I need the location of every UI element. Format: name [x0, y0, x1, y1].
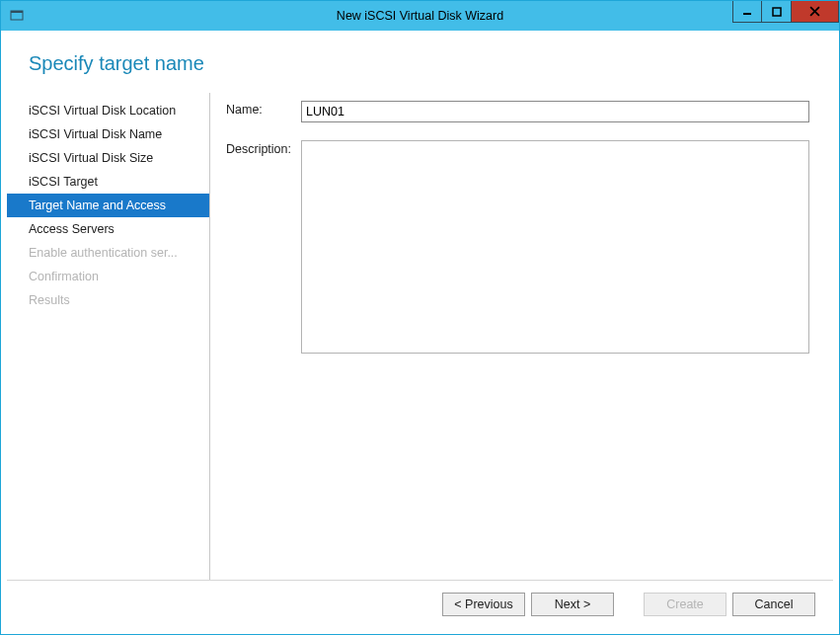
close-button[interactable] — [792, 1, 839, 23]
content-area: iSCSI Virtual Disk Location iSCSI Virtua… — [7, 93, 833, 580]
svg-rect-1 — [11, 11, 23, 13]
target-name-input[interactable] — [301, 101, 809, 122]
window-controls — [732, 1, 839, 23]
cancel-button[interactable]: Cancel — [732, 593, 815, 616]
step-results: Results — [7, 288, 209, 312]
sidebar-item-label: Confirmation — [29, 270, 99, 283]
name-row: Name: — [226, 101, 809, 122]
create-button: Create — [644, 593, 726, 616]
description-row: Description: — [226, 140, 809, 354]
sidebar-item-label: iSCSI Virtual Disk Size — [29, 151, 153, 165]
svg-rect-3 — [773, 8, 781, 16]
page-heading: Specify target name — [29, 52, 833, 75]
wizard-button-bar: < Previous Next > Create Cancel — [7, 580, 833, 628]
svg-rect-2 — [743, 13, 751, 15]
target-description-input[interactable] — [301, 140, 809, 354]
step-target-name-and-access[interactable]: Target Name and Access — [7, 194, 209, 217]
step-iscsi-virtual-disk-location[interactable]: iSCSI Virtual Disk Location — [7, 99, 209, 122]
step-iscsi-virtual-disk-size[interactable]: iSCSI Virtual Disk Size — [7, 146, 209, 170]
previous-button[interactable]: < Previous — [442, 593, 525, 616]
app-icon — [9, 8, 25, 24]
next-button[interactable]: Next > — [531, 593, 614, 616]
sidebar-item-label: iSCSI Target — [29, 175, 98, 189]
sidebar-item-label: Access Servers — [29, 222, 115, 236]
sidebar-item-label: Enable authentication ser... — [29, 246, 178, 260]
step-confirmation: Confirmation — [7, 265, 209, 288]
step-iscsi-virtual-disk-name[interactable]: iSCSI Virtual Disk Name — [7, 122, 209, 146]
titlebar[interactable]: New iSCSI Virtual Disk Wizard — [1, 1, 839, 31]
sidebar-item-label: Results — [29, 293, 70, 307]
step-access-servers[interactable]: Access Servers — [7, 217, 209, 241]
minimize-button[interactable] — [732, 1, 762, 23]
wizard-window: New iSCSI Virtual Disk Wizard Specify ta… — [0, 0, 840, 635]
description-label: Description: — [226, 140, 301, 156]
form-panel: Name: Description: — [210, 93, 833, 580]
maximize-button[interactable] — [762, 1, 792, 23]
sidebar-item-label: iSCSI Virtual Disk Name — [29, 127, 162, 141]
sidebar-item-label: Target Name and Access — [29, 198, 166, 212]
name-label: Name: — [226, 101, 301, 117]
wizard-steps-sidebar: iSCSI Virtual Disk Location iSCSI Virtua… — [7, 93, 210, 580]
wizard-body: Specify target name iSCSI Virtual Disk L… — [7, 37, 833, 628]
step-enable-authentication: Enable authentication ser... — [7, 241, 209, 265]
window-title: New iSCSI Virtual Disk Wizard — [1, 9, 839, 23]
step-iscsi-target[interactable]: iSCSI Target — [7, 170, 209, 194]
sidebar-item-label: iSCSI Virtual Disk Location — [29, 104, 176, 118]
